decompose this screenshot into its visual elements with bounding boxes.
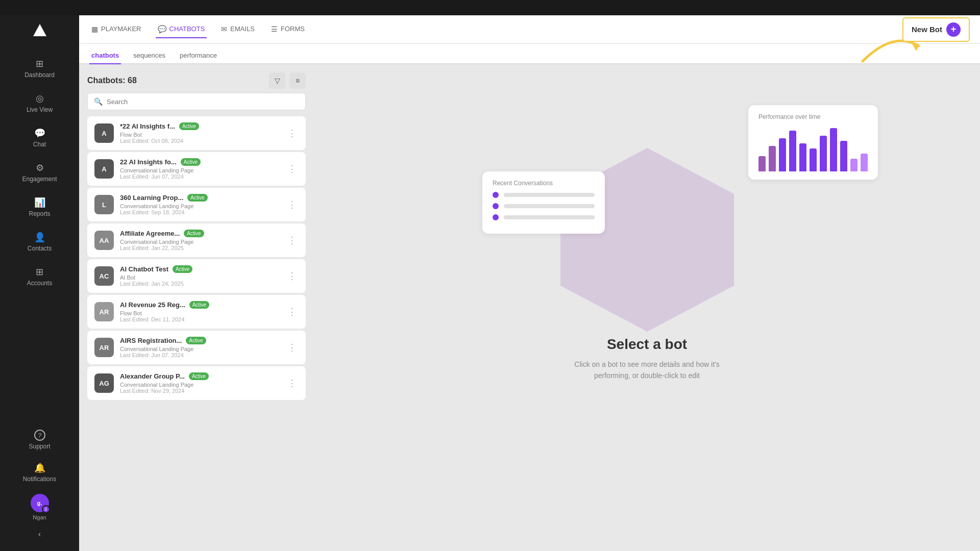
- bot-name: *22 AI Insights f...: [120, 122, 175, 130]
- bot-name-row: AI Revenue 25 Reg... Active: [120, 301, 279, 309]
- bot-type: Flow Bot: [120, 310, 279, 316]
- sidebar-item-reports[interactable]: 📊 Reports: [0, 190, 79, 224]
- bot-item[interactable]: AA Affiliate Agreeme... Active Conversat…: [87, 223, 306, 257]
- bot-menu-button[interactable]: ⋮: [285, 270, 299, 282]
- filter-button[interactable]: ▽: [269, 72, 285, 89]
- bot-type: Conversational Landing Page: [120, 203, 279, 209]
- logo[interactable]: [30, 20, 50, 41]
- user-profile[interactable]: g. 3 Ngan: [31, 489, 49, 525]
- sidebar-item-chat[interactable]: 💬 Chat: [0, 120, 79, 155]
- bot-avatar: L: [94, 195, 114, 214]
- new-bot-label: New Bot: [912, 25, 942, 34]
- svg-marker-0: [33, 24, 46, 36]
- sidebar-item-liveview[interactable]: ◎ Live View: [0, 86, 79, 120]
- tab-emails[interactable]: ✉ EMAILS: [219, 21, 257, 38]
- chatbots-icon: 💬: [158, 25, 166, 33]
- user-name: Ngan: [33, 514, 46, 520]
- sidebar-item-accounts[interactable]: ⊞ Accounts: [0, 259, 79, 294]
- bot-item[interactable]: A *22 AI Insights f... Active Flow Bot L…: [87, 116, 306, 150]
- sidebar-label-notifications: Notifications: [23, 475, 56, 483]
- contacts-icon: 👤: [34, 232, 45, 243]
- perf-bar: [769, 146, 776, 171]
- sidebar-item-label: Engagement: [22, 176, 57, 183]
- bot-avatar: A: [94, 159, 114, 179]
- new-bot-button[interactable]: New Bot +: [902, 17, 970, 42]
- sidebar-item-support[interactable]: ? Support: [0, 423, 79, 456]
- sidebar-label-support: Support: [29, 443, 50, 450]
- sub-tab-sequences[interactable]: sequences: [131, 47, 167, 64]
- sidebar-item-label: Live View: [27, 106, 53, 113]
- search-box: 🔍: [87, 93, 306, 110]
- bot-item[interactable]: AG Alexander Group P... Active Conversat…: [87, 366, 306, 400]
- tab-playmaker-label: PLAYMAKER: [101, 25, 141, 33]
- emails-icon: ✉: [221, 25, 227, 33]
- bot-item[interactable]: A 22 AI Insights fo... Active Conversati…: [87, 152, 306, 186]
- forms-icon: ☰: [271, 25, 278, 33]
- perf-bar: [820, 136, 827, 171]
- perf-bars: [758, 126, 868, 171]
- sidebar-item-engagement[interactable]: ⚙ Engagement: [0, 155, 79, 190]
- perf-bar: [789, 131, 796, 171]
- bot-item[interactable]: AR AI Revenue 25 Reg... Active Flow Bot …: [87, 295, 306, 329]
- bot-menu-button[interactable]: ⋮: [285, 199, 299, 210]
- bot-name: AI Chatbot Test: [120, 265, 168, 273]
- bot-avatar: AR: [94, 302, 114, 321]
- recent-item: [493, 192, 595, 198]
- tab-chatbots-label: CHATBOTS: [169, 25, 205, 33]
- bot-name-row: AIRS Registration... Active: [120, 337, 279, 344]
- bot-info: 360 Learning Prop... Active Conversation…: [120, 194, 279, 215]
- tab-emails-label: EMAILS: [230, 25, 255, 33]
- bot-menu-button[interactable]: ⋮: [285, 306, 299, 317]
- sidebar-item-dashboard[interactable]: ⊞ Dashboard: [0, 51, 79, 86]
- tab-playmaker[interactable]: ▦ PLAYMAKER: [89, 21, 143, 38]
- bot-menu-button[interactable]: ⋮: [285, 342, 299, 353]
- bot-menu-button[interactable]: ⋮: [285, 128, 299, 139]
- bot-menu-button[interactable]: ⋮: [285, 163, 299, 174]
- status-badge: Active: [179, 122, 199, 130]
- dashboard-icon: ⊞: [36, 58, 43, 69]
- avatar-initials: g.: [37, 500, 42, 506]
- bot-avatar: A: [94, 123, 114, 143]
- bot-name-row: 360 Learning Prop... Active: [120, 194, 279, 202]
- bot-name: AIRS Registration...: [120, 337, 182, 344]
- bot-edited: Last Edited: Nov 29, 2024: [120, 388, 279, 394]
- perf-bar: [830, 128, 837, 171]
- perf-bar: [810, 148, 817, 171]
- tab-chatbots[interactable]: 💬 CHATBOTS: [156, 21, 207, 38]
- bot-item[interactable]: L 360 Learning Prop... Active Conversati…: [87, 188, 306, 221]
- select-bot-description: Click on a bot to see more details and h…: [566, 359, 729, 382]
- collapse-button[interactable]: ‹: [0, 525, 79, 543]
- notifications-icon: 🔔: [34, 462, 45, 473]
- recent-title: Recent Conversations: [493, 180, 595, 187]
- sort-button[interactable]: ≡: [289, 72, 306, 89]
- bot-item[interactable]: AR AIRS Registration... Active Conversat…: [87, 331, 306, 364]
- sub-tab-performance[interactable]: performance: [178, 47, 219, 64]
- perf-bar: [779, 138, 786, 171]
- bot-menu-button[interactable]: ⋮: [285, 235, 299, 246]
- status-badge: Active: [189, 372, 209, 380]
- sidebar-item-notifications[interactable]: 🔔 Notifications: [0, 456, 79, 489]
- bot-name-row: *22 AI Insights f... Active: [120, 122, 279, 130]
- perf-bar: [850, 159, 857, 171]
- top-nav: ▦ PLAYMAKER 💬 CHATBOTS ✉ EMAILS ☰ FORMS: [79, 15, 980, 44]
- bot-edited: Last Edited: Sep 18, 2024: [120, 209, 279, 215]
- bot-edited: Last Edited: Dec 11, 2024: [120, 316, 279, 322]
- recent-dot: [493, 203, 499, 209]
- bot-info: *22 AI Insights f... Active Flow Bot Las…: [120, 122, 279, 144]
- bot-item[interactable]: AC AI Chatbot Test Active AI Bot Last Ed…: [87, 259, 306, 293]
- search-input[interactable]: [107, 98, 299, 106]
- status-badge: Active: [181, 158, 201, 166]
- bot-name: 22 AI Insights fo...: [120, 158, 177, 166]
- sidebar-item-contacts[interactable]: 👤 Contacts: [0, 224, 79, 259]
- bot-edited: Last Edited: Jun 07, 2024: [120, 173, 279, 180]
- bot-name: AI Revenue 25 Reg...: [120, 301, 185, 309]
- sub-tab-chatbots[interactable]: chatbots: [89, 47, 121, 64]
- tab-forms[interactable]: ☰ FORMS: [269, 21, 307, 38]
- bot-menu-button[interactable]: ⋮: [285, 378, 299, 389]
- recent-conversations-card: Recent Conversations: [482, 171, 605, 234]
- recent-dot: [493, 214, 499, 220]
- filter-icon: ▽: [275, 77, 280, 85]
- perf-bar: [758, 156, 766, 171]
- bot-type: Conversational Landing Page: [120, 382, 279, 388]
- bot-edited: Last Edited: Oct 08, 2024: [120, 138, 279, 144]
